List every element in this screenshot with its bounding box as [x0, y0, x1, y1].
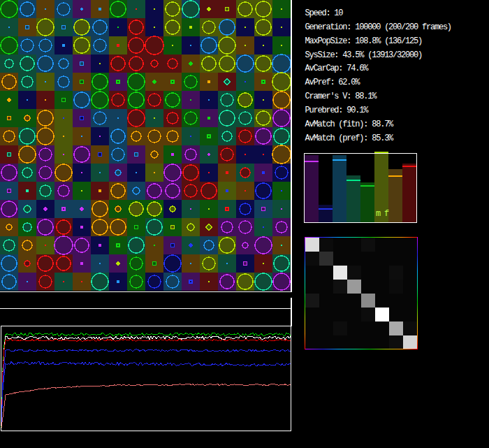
svg-text:AvMatch (pref): 85.3%: AvMatch (pref): 85.3% [305, 133, 395, 143]
svg-text:AvMatch (fitn): 88.7%: AvMatch (fitn): 88.7% [305, 120, 395, 129]
svg-text:AvPref: 62.0%: AvPref: 62.0% [305, 78, 361, 87]
svg-text:AvCarCap: 74.6%: AvCarCap: 74.6% [305, 64, 370, 73]
svg-text:Purebred: 90.1%: Purebred: 90.1% [305, 106, 370, 115]
svg-text:SysSize: 43.5% (13913/32000): SysSize: 43.5% (13913/32000) [305, 50, 422, 60]
svg-text:Speed: 10: Speed: 10 [305, 8, 344, 18]
svg-text:MaxPopSize: 108.8% (136/125): MaxPopSize: 108.8% (136/125) [305, 36, 422, 46]
svg-text:Cramer's V: 88.1%: Cramer's V: 88.1% [305, 92, 378, 101]
svg-text:Generation: 100000 (200/200 fr: Generation: 100000 (200/200 frames) [305, 22, 451, 32]
svg-text:m f: m f [376, 209, 389, 219]
